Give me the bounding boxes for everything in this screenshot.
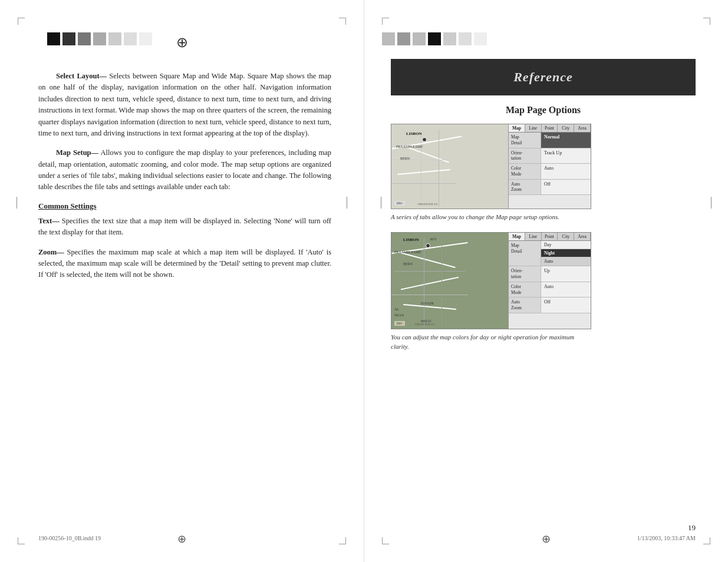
scale-label-1: FREEPOUR GS: [418, 203, 437, 206]
tab-area-2: Area: [574, 233, 591, 240]
page-container: ⊕ Select Layout— Selects between Square …: [0, 0, 728, 562]
option-label-color-2: ColorMode: [509, 282, 541, 297]
left-edge-mark: [17, 197, 17, 209]
road-v2: [439, 130, 439, 207]
map-setup-term: Map Setup—: [56, 148, 98, 157]
map-tabs-2: Map Line Point City Area: [509, 233, 591, 241]
text-setting-term: Text—: [38, 217, 60, 225]
tab-area-1: Area: [574, 124, 591, 132]
right-corner-bl: [382, 537, 389, 544]
scale-2: 300~: [394, 321, 405, 326]
tab-point-2: Point: [542, 233, 558, 240]
text-setting-para: Text— Specifies the text size that a map…: [38, 216, 331, 239]
option-value-off-2: Off: [541, 297, 591, 313]
option-label-detail-2: MapDetail: [509, 241, 541, 266]
map-sidebar-2: Map Line Point City Area MapDetail Day N…: [508, 233, 591, 329]
map-screenshot-1: LISBON PRAAMPLEAMP BERN 300~ FREEPOUR GS…: [391, 124, 591, 209]
right-corner-tr: [703, 18, 710, 25]
bar-6: [124, 32, 137, 45]
bottom-cross-left: ⊕: [177, 533, 186, 546]
zoom-setting-para: Zoom— Specifies the maximum map scale at…: [38, 247, 331, 281]
night-option: Night: [541, 249, 591, 257]
road2-v1: [424, 239, 424, 327]
option-value-auto-1: Auto: [541, 164, 591, 179]
bern-label-2: BERN: [403, 262, 413, 266]
right-bar-7: [474, 32, 487, 45]
city-sub-3: PRAAMPLEAMP: [394, 250, 421, 254]
road2-3: [394, 271, 465, 272]
page-number: 19: [688, 523, 696, 533]
map-tabs-1: Map Line Point City Area: [509, 124, 591, 133]
tab-line-1: Line: [525, 124, 542, 132]
map-options-list-2: MapDetail Day Night Auto Orien-tation Up: [509, 241, 591, 313]
silva-label: SILVA: [394, 313, 404, 317]
text-setting-text: Specifies the text size that a map item …: [38, 217, 331, 236]
map-visual-1: LISBON PRAAMPLEAMP BERN 300~ FREEPOUR GS: [391, 124, 508, 209]
location-dot-1: [422, 137, 427, 142]
auto-option: Auto: [541, 257, 591, 266]
map-area-1: LISBON PRAAMPLEAMP BERN 300~ FREEPOUR GS: [391, 124, 508, 209]
right-header-bars: [382, 32, 487, 45]
right-right-edge: [711, 197, 711, 209]
corner-tr: [339, 18, 346, 25]
right-corner-tl: [382, 18, 389, 25]
select-layout-text: Selects between Square Map and Wide Map.…: [38, 72, 331, 137]
bar-4: [93, 32, 106, 45]
select-layout-para: Select Layout— Selects between Square Ma…: [38, 71, 331, 139]
bottom-cross-right: ⊕: [542, 533, 551, 546]
common-settings-heading: Common Settings: [38, 201, 331, 211]
option-value-trackup-1: Track Up: [541, 148, 591, 164]
bar-1: [47, 32, 60, 45]
footer-left: 190-00256-10_0B.indd 19: [38, 535, 101, 541]
option-row-orient-2: Orien-tation Up: [509, 266, 591, 282]
corner-bl: [18, 537, 25, 544]
footer-right: 1/13/2003, 10:33:47 AM: [637, 535, 696, 541]
road-4: [397, 169, 450, 175]
right-page: Reference Map Page Options LISBON: [364, 0, 728, 562]
zoom-setting-text: Specifies the maximum map scale at which…: [38, 248, 331, 279]
tab-city-2: City: [558, 233, 574, 240]
right-bar-5: [443, 32, 456, 45]
right-bar-2: [397, 32, 410, 45]
option-label-zoom-2: AutoZoom: [509, 297, 541, 313]
option-label-detail-1: MapDetail: [509, 133, 541, 148]
right-left-edge: [381, 197, 381, 209]
tab-point-1: Point: [542, 124, 558, 132]
option-value-color-2: Day Night Auto: [541, 241, 591, 266]
bar-2: [62, 32, 75, 45]
zoom-setting-term: Zoom—: [38, 248, 64, 256]
map-sidebar-1: Map Line Point City Area MapDetail Norma…: [508, 124, 591, 209]
option-label-orient-1: Orien-tation: [509, 148, 541, 164]
tab-city-1: City: [558, 124, 574, 132]
avs-label: AVS: [430, 237, 436, 241]
bar-7: [139, 32, 152, 45]
road-5: [391, 183, 456, 184]
right-bar-6: [459, 32, 472, 45]
option-value-off-1: Off: [541, 180, 591, 195]
option-label-color-1: ColorMode: [509, 164, 541, 179]
center-cross-left: ⊕: [176, 34, 188, 51]
option-label-orient-2: Orien-tation: [509, 266, 541, 282]
right-bar-3: [413, 32, 426, 45]
tab-map-1: Map: [509, 124, 525, 132]
lisbon-label-2: LISBON: [403, 237, 419, 242]
reference-title: Reference: [397, 70, 690, 85]
right-bar-1: [382, 32, 395, 45]
right-edge-mark: [347, 197, 347, 209]
option-row-zoom-2: AutoZoom Off: [509, 297, 591, 313]
estade-label: ESTADE: [421, 302, 434, 305]
map-setup-para: Map Setup— Allows you to configure the m…: [38, 147, 331, 193]
lisbon-label-1: LISBON: [406, 131, 421, 136]
bar-3: [78, 32, 91, 45]
road2-4: [401, 277, 459, 290]
caption-1: A series of tabs allow you to change the…: [391, 213, 591, 222]
option-row-orient-1: Orien-tation Track Up: [509, 148, 591, 164]
tab-line-2: Line: [525, 233, 542, 240]
option-row-color-2: ColorMode Auto: [509, 282, 591, 298]
city-sub-2: BERN: [400, 157, 410, 160]
right-bar-4: [428, 32, 441, 45]
road2-v2: [442, 239, 442, 327]
road2-5: [391, 295, 468, 295]
option-row-detail-2: MapDetail Day Night Auto: [509, 241, 591, 266]
select-layout-term: Select Layout—: [56, 72, 107, 80]
